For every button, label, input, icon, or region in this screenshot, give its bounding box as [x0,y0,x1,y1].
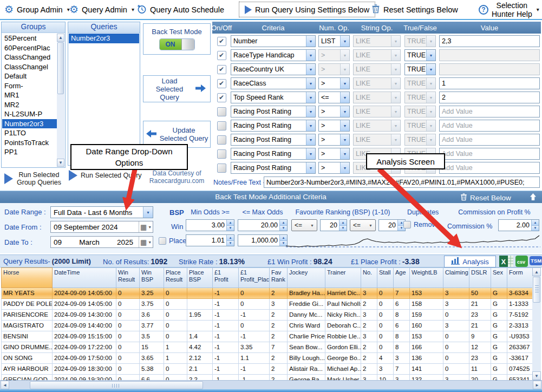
spin-up-icon[interactable]: ▲ [280,220,287,225]
num-op-select[interactable]: >▼ [318,106,350,117]
criteria-value-input[interactable] [439,148,540,160]
groups-scrollbar[interactable]: ▲ ▼ [57,34,64,167]
calendar-icon[interactable]: ▦▼ [139,221,153,232]
results-col-header[interactable]: Win Result [116,267,140,288]
fav-rank-op2-select[interactable]: <=▼ [350,219,376,231]
results-col-header[interactable]: Place BSP [187,267,213,288]
criteria-onoff-checkbox[interactable] [217,135,226,145]
reset-settings-button[interactable]: Reset Settings Below [371,0,458,19]
query-admin-menu[interactable]: ⚙ Query Admin ▾ [69,0,134,19]
list-item[interactable]: MR2 [2,100,57,110]
results-col-header[interactable]: Jockey [288,267,325,288]
string-op-select[interactable]: LIKE▼ [353,120,401,132]
win-min-odds-spinner[interactable]: ▲▼ [186,219,234,231]
criteria-select[interactable]: Racing Post Rating▼ [231,148,316,160]
spin-down-icon[interactable]: ▼ [227,225,234,231]
string-op-select[interactable]: LIKE▼ [353,77,401,89]
criteria-value-input[interactable] [439,49,540,61]
fav-rank2-spinner[interactable]: ▲▼ [378,219,406,231]
num-op-select[interactable]: >▼ [318,63,350,75]
spin-up-icon[interactable]: ▲ [227,220,234,225]
criteria-select[interactable]: Top Speed Rank▼ [231,92,316,103]
criteria-select[interactable]: RaceType Handicap▼ [231,49,316,61]
run-selected-query-button[interactable]: Run Selected Query [69,170,142,181]
string-op-select[interactable]: LIKE▼ [353,63,401,75]
results-col-header[interactable]: WeightLB [410,267,443,288]
criteria-value-input[interactable] [439,162,540,174]
date-to-month[interactable]: March [79,238,100,246]
list-item[interactable]: PointsToTrack [2,138,57,148]
num-op-select[interactable]: <=▼ [318,92,350,103]
list-item[interactable]: Number2or3 [2,119,57,129]
scroll-thumb[interactable] [30,381,203,389]
table-row[interactable]: AYR HARBOUR2024-09-09 18:30:0005.3802.1-… [1,364,533,375]
csv-export-icon[interactable]: csv [515,256,528,269]
list-item[interactable]: MR1 [2,90,57,100]
date-to-picker[interactable]: 09 March 2025 ▦▼ [50,236,153,248]
results-col-header[interactable]: DSLR [469,267,491,288]
win-max-odds-input[interactable] [238,220,279,231]
true-false-select[interactable]: TRUE▼ [404,49,436,61]
table-row[interactable]: GRECIAN GOD2024-09-09 19:30:0006.602.2-1… [1,375,533,380]
commission-input[interactable] [499,220,531,231]
string-op-select[interactable]: LIKE▼ [353,49,401,61]
spin-down-icon[interactable]: ▼ [532,225,539,231]
table-row[interactable]: PADDY DE POLE2024-09-09 14:05:0003.750-1… [1,299,533,310]
string-op-select[interactable]: LIKE▼ [353,106,401,117]
num-op-select[interactable]: >▼ [318,148,350,160]
criteria-select[interactable]: Number▼ [231,35,316,47]
criteria-value-input[interactable] [439,106,540,117]
chevron-down-icon[interactable]: ▼ [143,207,153,218]
scroll-thumb[interactable] [533,277,540,303]
load-selected-query-button[interactable]: Load Selected Query [143,75,211,102]
list-item[interactable]: ClassChanged [2,53,57,62]
table-row[interactable]: MR YEATS2024-09-09 14:05:0003.250-102Bra… [1,288,533,299]
num-op-select[interactable]: >▼ [318,120,350,132]
true-false-select[interactable]: TRUE▼ [404,77,436,89]
results-col-header[interactable]: Age [394,267,410,288]
num-op-select[interactable]: >▼ [318,134,350,146]
fav-rank-op1-select[interactable]: <=▼ [291,219,317,231]
calendar-icon[interactable]: ▦▼ [139,237,153,247]
results-col-header[interactable]: £1 Profit [213,267,239,288]
table-row[interactable]: BENSINI2024-09-09 15:15:0003.501.4-1-12C… [1,331,533,342]
string-op-select[interactable]: LIKE▼ [353,35,401,47]
run-group-queries-button[interactable]: Run Selected Group Queries [4,171,65,186]
true-false-select[interactable]: TRUE▼ [404,106,436,117]
criteria-value-input[interactable] [439,120,540,132]
num-op-select[interactable]: LIST▼ [318,35,350,47]
results-col-header[interactable]: Trainer [325,267,361,288]
criteria-select[interactable]: RaceCountry UK▼ [231,63,316,75]
spin-up-icon[interactable]: ▲ [227,235,234,240]
list-item[interactable]: 60PercentPlac [2,43,57,53]
true-false-select[interactable]: TRUE▼ [404,63,436,75]
win-min-odds-input[interactable] [186,220,226,231]
list-item[interactable]: N-L2SUM-P [2,109,57,119]
list-item[interactable]: Number2or3 [69,34,139,43]
tsm-menu-button[interactable]: TSM ▾ [530,256,542,265]
date-to-day[interactable]: 09 [54,238,62,246]
criteria-select[interactable]: Racing Post Rating▼ [231,162,316,174]
criteria-value-input[interactable] [439,77,540,89]
criteria-onoff-checkbox[interactable]: ✔ [217,93,226,102]
excel-export-icon[interactable]: X [499,256,513,269]
results-col-header[interactable]: Sex [491,267,507,288]
scroll-thumb[interactable] [57,42,64,94]
scroll-down-icon[interactable]: ▼ [532,371,541,380]
criteria-onoff-checkbox[interactable] [217,107,226,116]
results-col-header[interactable]: £1 Profit_Plac [239,267,270,288]
run-query-button[interactable]: Run Query Using Settings Below [239,2,375,17]
date-to-year[interactable]: 2025 [117,238,133,246]
criteria-onoff-checkbox[interactable]: ✔ [217,79,226,88]
fav-rank2-input[interactable] [379,220,397,231]
table-row[interactable]: PARISENCORE2024-09-09 14:30:0003.601.95-… [1,310,533,321]
true-false-select[interactable]: TRUE▼ [404,92,436,103]
back-test-toggle[interactable]: ON [159,38,195,50]
table-row[interactable]: MAGISTRATO2024-09-09 14:40:0003.770-102C… [1,321,533,331]
fav-rank1-spinner[interactable]: ▲▼ [320,219,347,231]
notes-input[interactable] [264,177,540,188]
criteria-select[interactable]: Racing Post Rating▼ [231,120,316,132]
criteria-onoff-checkbox[interactable]: ✔ [217,37,226,46]
results-col-header[interactable]: DateTime [53,267,116,288]
scroll-right-icon[interactable]: ► [533,381,541,389]
